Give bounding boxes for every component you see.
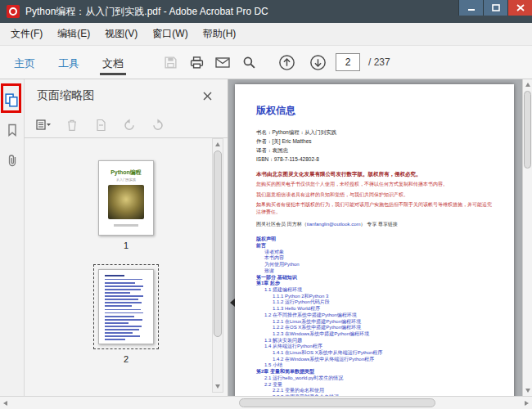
print-button[interactable]	[183, 50, 210, 74]
save-icon	[164, 56, 178, 70]
tab-tools[interactable]: 工具	[54, 46, 83, 79]
page-number-input[interactable]	[336, 53, 360, 71]
thumbnail-options-button[interactable]	[35, 117, 52, 133]
toc-link[interactable]: 第2章 变量和简单数据类型	[256, 369, 493, 375]
bookmarks-panel-button[interactable]	[3, 121, 21, 139]
toc-link[interactable]: 第一部分 基础知识	[256, 275, 493, 281]
panel-scrollbar[interactable]	[212, 138, 223, 393]
toc-link[interactable]: 1.1.3 Hello World程序	[256, 306, 493, 312]
menu-item[interactable]: 文件(F)	[3, 23, 50, 45]
page-up-icon	[278, 54, 295, 71]
horizontal-scrollbar-thumb[interactable]	[239, 398, 435, 407]
rotate-left-icon	[123, 119, 136, 132]
thumb-text-line	[105, 319, 142, 321]
navigation-rail	[0, 79, 25, 396]
toc-link[interactable]: 1.2 在不同操作系统中搭建Python编程环境	[256, 312, 493, 319]
toc-link[interactable]: 1.2.2 在OS X系统中搭建Python编程环境	[256, 325, 493, 331]
rotate-right-button[interactable]	[150, 117, 166, 133]
toc-link[interactable]: 1.4.2 在Windows系统中从终端运行Python程序	[256, 357, 493, 363]
cover-subtitle: 从入门到实践	[99, 178, 153, 182]
delete-pages-button[interactable]	[64, 117, 80, 133]
page-thumbnails-panel-button[interactable]	[3, 91, 21, 109]
search-button[interactable]	[236, 50, 262, 74]
thumb-text-line	[105, 285, 143, 287]
toc-link[interactable]: 1.5 小结	[256, 362, 493, 369]
toc-link[interactable]: 读者对象	[256, 249, 493, 256]
thumbnail-2-lines	[99, 270, 153, 340]
panel-scrollbar-thumb[interactable]	[214, 151, 222, 337]
next-page-button[interactable]	[304, 50, 331, 74]
toc-link[interactable]: 第1章 起步	[256, 281, 493, 287]
toc-link[interactable]: 1.4.1 在Linux和OS X系统中从终端运行Python程序	[256, 350, 493, 357]
thumb-text-line	[105, 282, 135, 284]
previous-page-button[interactable]	[273, 50, 300, 74]
toc-link[interactable]: 1.2.3 在Windows系统中搭建Python编程环境	[256, 331, 493, 338]
thumb-text-line	[105, 275, 124, 276]
hscroll-left-arrow[interactable]	[0, 398, 11, 408]
thumb-text-line	[105, 295, 143, 297]
menu-item[interactable]: 窗口(W)	[145, 23, 195, 45]
thumbnail-2-preview[interactable]	[98, 269, 154, 344]
menu-item[interactable]: 视图(V)	[97, 23, 145, 45]
cover-title: Python编程	[99, 169, 153, 177]
rotate-left-button[interactable]	[121, 117, 138, 133]
search-icon	[242, 56, 256, 70]
doc-notices: 您购买的图灵电子书仅供您个人使用，未经授权，不得以任何方式复制和传播本书内容。我…	[256, 181, 493, 215]
thumb-text-line	[105, 316, 134, 317]
trash-icon	[66, 119, 78, 132]
thumb-text-line	[105, 299, 138, 300]
extract-pages-button[interactable]	[92, 117, 109, 133]
email-icon	[215, 56, 230, 69]
toc-link[interactable]: 前言	[256, 243, 493, 249]
meta-line: 作者：[美] Eric Matthes	[256, 137, 493, 146]
notice-paragraph: 我们愿意相信读者具有这样的良知和觉悟，与我们共同保护知识产权。	[256, 191, 493, 199]
maximize-button[interactable]	[483, 0, 507, 16]
toc-link[interactable]: 1.4 从终端运行Python程序	[256, 344, 493, 350]
email-button[interactable]	[210, 50, 236, 74]
horizontal-scrollbar[interactable]	[0, 396, 532, 409]
toc-link[interactable]: 版权声明	[256, 236, 493, 243]
page-thumbnail-2[interactable]: 2	[93, 250, 159, 364]
doc-scroll-down-arrow[interactable]	[523, 385, 532, 396]
thumb-text-line	[105, 332, 133, 334]
toc-link[interactable]: 1.1.2 运行Python代码片段	[256, 299, 493, 306]
thumb-text-line	[105, 309, 141, 311]
page-down-icon	[309, 54, 327, 71]
close-button[interactable]	[507, 0, 532, 16]
toc-link[interactable]: 致谢	[256, 268, 493, 275]
toc-link[interactable]: 1.1 搭建编程环境	[256, 287, 493, 294]
menu-item[interactable]: 编辑(E)	[50, 23, 97, 45]
meta-line: 译者：袁国忠	[256, 146, 493, 155]
thumb-text-line	[105, 329, 139, 330]
document-scrollbar[interactable]	[522, 79, 532, 396]
acrobat-app-icon	[7, 5, 20, 18]
thumbnail-1-preview[interactable]: Python编程 从入门到实践	[98, 160, 154, 236]
minimize-button[interactable]	[458, 0, 483, 16]
toc-link[interactable]: 为何使用Python	[256, 262, 493, 268]
toc-link[interactable]: 2.1 运行hello_world.py时发生的情况	[256, 375, 493, 382]
page-thumbnail-1[interactable]: Python编程 从入门到实践 1	[98, 160, 154, 250]
community-email-link[interactable]: tianfanglin@outlook.com	[307, 222, 361, 227]
attachments-panel-button[interactable]	[3, 151, 21, 169]
tab-document[interactable]: 文档	[98, 46, 128, 79]
community-suffix: ） 专享 尊享链接	[360, 222, 397, 227]
scroll-up-arrow[interactable]	[213, 139, 223, 150]
doc-scroll-up-arrow[interactable]	[523, 79, 532, 90]
hscroll-right-arrow[interactable]	[521, 398, 532, 408]
rotate-right-icon	[151, 119, 165, 132]
panel-close-button[interactable]	[199, 88, 215, 104]
window-title: Python编程：从入门到实践.pdf - Adobe Acrobat Pro …	[25, 5, 458, 19]
menu-item[interactable]: 帮助(H)	[196, 23, 244, 45]
scroll-down-arrow[interactable]	[213, 381, 223, 392]
thumb-text-line	[105, 305, 132, 307]
save-button[interactable]	[157, 50, 183, 74]
community-prefix: 图灵社区会员 田方林（	[256, 222, 307, 227]
acrobat-window: Python编程：从入门到实践.pdf - Adobe Acrobat Pro …	[0, 0, 532, 409]
toc-link[interactable]: 2.2.1 变量的命名和使用	[256, 388, 493, 394]
meta-line: ISBN：978-7-115-42802-8	[256, 155, 493, 164]
toc-list: 版权声明前言读者对象本书内容为何使用Python致谢第一部分 基础知识第1章 起…	[256, 236, 493, 396]
meta-line: 书名：Python编程：从入门到实践	[256, 128, 493, 137]
page-thumbnails-icon	[4, 92, 20, 108]
tab-home[interactable]: 主页	[10, 46, 39, 79]
document-scrollbar-thumb[interactable]	[524, 91, 531, 169]
